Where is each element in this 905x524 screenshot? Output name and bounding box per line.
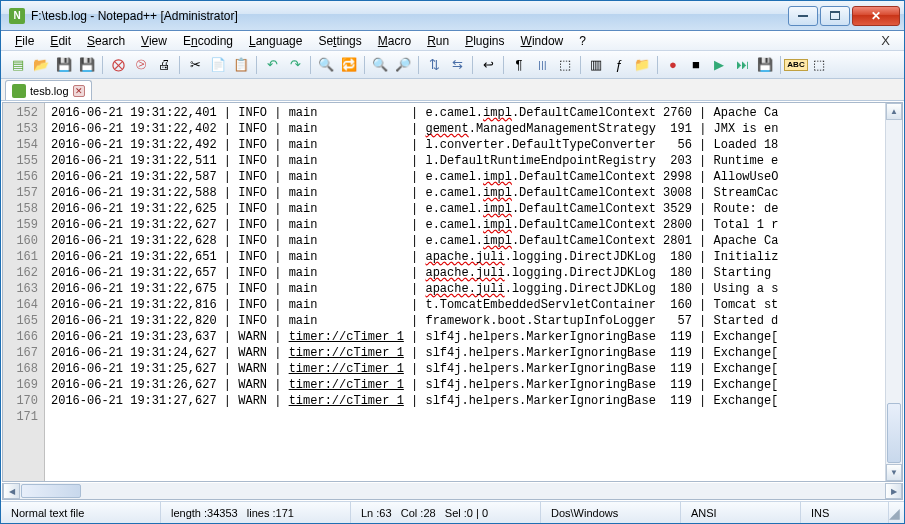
menu-search[interactable]: Search bbox=[79, 32, 133, 50]
statusbar: Normal text file length : 34353 lines : … bbox=[1, 501, 904, 523]
tab-close-icon[interactable]: ✕ bbox=[73, 85, 85, 97]
vertical-scrollbar[interactable]: ▲ ▼ bbox=[885, 103, 902, 481]
window-buttons: ✕ bbox=[788, 6, 900, 26]
func-list-icon[interactable]: ƒ bbox=[608, 54, 630, 76]
close-file-icon[interactable]: ⨂ bbox=[107, 54, 129, 76]
file-tab[interactable]: tesb.log ✕ bbox=[5, 80, 92, 100]
scroll-thumb[interactable] bbox=[887, 403, 901, 463]
tab-label: tesb.log bbox=[30, 85, 69, 97]
menu-edit[interactable]: Edit bbox=[42, 32, 79, 50]
scroll-left-icon[interactable]: ◀ bbox=[3, 483, 20, 499]
save-all-icon[interactable]: 💾 bbox=[76, 54, 98, 76]
print-icon[interactable]: 🖨 bbox=[153, 54, 175, 76]
scroll-right-icon[interactable]: ▶ bbox=[885, 483, 902, 499]
cut-icon[interactable]: ✂ bbox=[184, 54, 206, 76]
scroll-up-icon[interactable]: ▲ bbox=[886, 103, 902, 120]
open-file-icon[interactable]: 📂 bbox=[30, 54, 52, 76]
minimize-button[interactable] bbox=[788, 6, 818, 26]
editor[interactable]: 1521531541551561571581591601611621631641… bbox=[2, 102, 903, 482]
menu-close-doc[interactable]: X bbox=[873, 31, 898, 50]
save-macro-icon[interactable]: 💾 bbox=[754, 54, 776, 76]
play-macro-icon[interactable]: ▶ bbox=[708, 54, 730, 76]
line-gutter: 1521531541551561571581591601611621631641… bbox=[3, 103, 45, 481]
maximize-button[interactable] bbox=[820, 6, 850, 26]
menu-settings[interactable]: Settings bbox=[310, 32, 369, 50]
wordwrap-icon[interactable]: ↩ bbox=[477, 54, 499, 76]
toolbar: ▤ 📂 💾 💾 ⨂ ⧁ 🖨 ✂ 📄 📋 ↶ ↷ 🔍 🔁 🔍 🔎 ⇅ ⇆ ↩ ¶ … bbox=[1, 51, 904, 79]
close-all-icon[interactable]: ⧁ bbox=[130, 54, 152, 76]
stop-macro-icon[interactable]: ■ bbox=[685, 54, 707, 76]
replace-icon[interactable]: 🔁 bbox=[338, 54, 360, 76]
status-insert[interactable]: INS bbox=[801, 502, 889, 523]
folder-tree-icon[interactable]: 📁 bbox=[631, 54, 653, 76]
menu-window[interactable]: Window bbox=[513, 32, 572, 50]
redo-icon[interactable]: ↷ bbox=[284, 54, 306, 76]
menu-encoding[interactable]: Encoding bbox=[175, 32, 241, 50]
tabbar: tesb.log ✕ bbox=[1, 79, 904, 101]
menu-language[interactable]: Language bbox=[241, 32, 310, 50]
status-filetype: Normal text file bbox=[1, 502, 161, 523]
play-multi-icon[interactable]: ⏭ bbox=[731, 54, 753, 76]
find-icon[interactable]: 🔍 bbox=[315, 54, 337, 76]
menu-run[interactable]: Run bbox=[419, 32, 457, 50]
zoom-out-icon[interactable]: 🔎 bbox=[392, 54, 414, 76]
zoom-in-icon[interactable]: 🔍 bbox=[369, 54, 391, 76]
spellcheck-icon[interactable]: ABC bbox=[785, 54, 807, 76]
close-button[interactable]: ✕ bbox=[852, 6, 900, 26]
indent-guide-icon[interactable]: ⫼ bbox=[531, 54, 553, 76]
menu-help[interactable]: ? bbox=[571, 32, 594, 50]
window-title: F:\tesb.log - Notepad++ [Administrator] bbox=[31, 9, 788, 23]
show-all-chars-icon[interactable]: ¶ bbox=[508, 54, 530, 76]
save-icon[interactable]: 💾 bbox=[53, 54, 75, 76]
app-icon: N bbox=[9, 8, 25, 24]
file-icon bbox=[12, 84, 26, 98]
hscroll-thumb[interactable] bbox=[21, 484, 81, 498]
sync-v-icon[interactable]: ⇅ bbox=[423, 54, 445, 76]
menu-macro[interactable]: Macro bbox=[370, 32, 419, 50]
user-lang-icon[interactable]: ⬚ bbox=[554, 54, 576, 76]
undo-icon[interactable]: ↶ bbox=[261, 54, 283, 76]
code-area[interactable]: 2016-06-21 19:31:22,401 | INFO | main | … bbox=[45, 103, 885, 481]
status-eol[interactable]: Dos\Windows bbox=[541, 502, 681, 523]
menu-file[interactable]: File bbox=[7, 32, 42, 50]
status-encoding[interactable]: ANSI bbox=[681, 502, 801, 523]
titlebar: N F:\tesb.log - Notepad++ [Administrator… bbox=[1, 1, 904, 31]
sync-h-icon[interactable]: ⇆ bbox=[446, 54, 468, 76]
paste-icon[interactable]: 📋 bbox=[230, 54, 252, 76]
copy-icon[interactable]: 📄 bbox=[207, 54, 229, 76]
resize-grip-icon[interactable]: ◢ bbox=[889, 502, 904, 523]
scroll-down-icon[interactable]: ▼ bbox=[886, 464, 902, 481]
menu-view[interactable]: View bbox=[133, 32, 175, 50]
status-position: Ln : 63 Col : 28 Sel : 0 | 0 bbox=[351, 502, 541, 523]
menu-plugins[interactable]: Plugins bbox=[457, 32, 512, 50]
status-length: length : 34353 lines : 171 bbox=[161, 502, 351, 523]
doc-map-icon[interactable]: ▥ bbox=[585, 54, 607, 76]
record-macro-icon[interactable]: ● bbox=[662, 54, 684, 76]
menubar: File Edit Search View Encoding Language … bbox=[1, 31, 904, 51]
new-file-icon[interactable]: ▤ bbox=[7, 54, 29, 76]
spellcheck-next-icon[interactable]: ⬚ bbox=[808, 54, 830, 76]
horizontal-scrollbar[interactable]: ◀ ▶ bbox=[2, 483, 903, 500]
